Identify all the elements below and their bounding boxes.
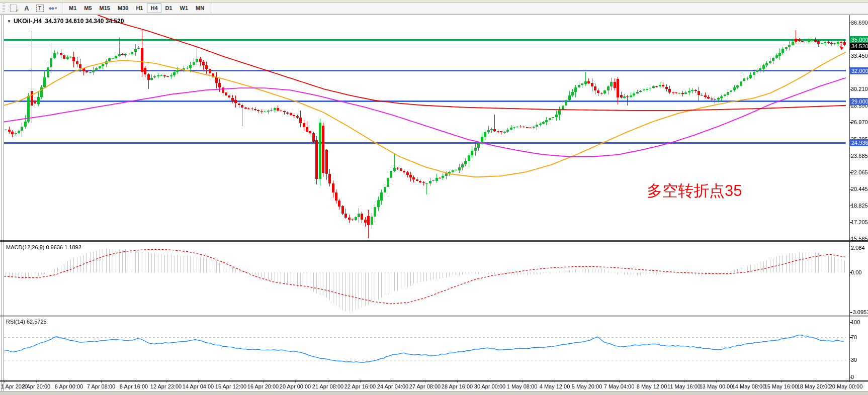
time-tick-label: 14 Apr 04:00	[183, 383, 214, 390]
annotation-text: 多空转折点35	[647, 180, 742, 202]
ohlc-values: 34.370 34.610 34.340 34.520	[45, 18, 124, 25]
time-tick-label: 20 Apr 00:00	[280, 383, 311, 390]
objects-dropdown-icon[interactable]: ◆◆▾	[47, 3, 59, 14]
price-level-label: 32.000	[850, 67, 868, 74]
price-tick-label: 15.585	[851, 235, 868, 242]
price-level-label: 29.000	[850, 98, 868, 105]
time-tick-mark	[198, 380, 199, 382]
timeframe-toolbar: M1M5M15M30H1H4D1W1MN	[65, 3, 208, 13]
time-tick-mark	[587, 380, 587, 382]
macd-tick-label: 0.00	[851, 269, 861, 276]
timeframe-M1[interactable]: M1	[65, 3, 80, 13]
panel-separator[interactable]	[0, 316, 868, 316]
time-tick-mark	[393, 380, 393, 382]
time-tick-mark	[101, 380, 102, 382]
timeframe-M5[interactable]: M5	[80, 3, 95, 13]
chart-title: ▼UKOil-,H4 34.370 34.610 34.340 34.520	[7, 18, 124, 25]
timeframe-H4[interactable]: H4	[147, 3, 161, 13]
time-tick-label: 30 Apr 00:00	[474, 383, 505, 390]
chevron-down-icon: ▾	[55, 6, 57, 11]
time-tick-mark	[295, 380, 296, 382]
time-tick-mark	[716, 380, 717, 382]
macd-label: MACD(12,26,9) 0.9636 1.1892	[6, 244, 81, 250]
rsi-tick-label: 70	[851, 334, 857, 341]
time-tick-mark	[846, 380, 846, 382]
timeframe-D1[interactable]: D1	[162, 3, 176, 13]
time-tick-mark	[328, 380, 328, 382]
time-tick-label: 13 May 00:00	[700, 383, 733, 390]
price-tick-label: 30.210	[851, 85, 868, 92]
price-level-label: 24.936	[850, 139, 868, 146]
time-tick-mark	[619, 380, 620, 382]
rsi-panel-canvas[interactable]	[4, 317, 846, 380]
time-tick-label: 21 Apr 08:00	[312, 383, 343, 390]
time-tick-mark	[814, 380, 814, 382]
time-tick-label: 18 May 20:00	[797, 383, 831, 390]
timeframe-M30[interactable]: M30	[114, 3, 132, 13]
time-tick-label: 2 Apr 20:00	[22, 383, 50, 390]
time-tick-label: 15 Apr 12:00	[215, 383, 246, 390]
time-tick-label: 1 May 08:00	[507, 383, 538, 390]
time-tick-label: 24 Apr 04:00	[377, 383, 408, 390]
price-tick-label: 17.205	[851, 219, 868, 226]
time-tick-mark	[36, 380, 37, 382]
timeframe-W1[interactable]: W1	[177, 3, 192, 13]
toolbar: F A T ◆◆▾ M1M5M15M30H1H4D1W1MN	[0, 3, 868, 14]
macd-tick-label: 2.084	[851, 244, 865, 251]
time-tick-mark	[166, 380, 166, 382]
panel-separator	[0, 241, 868, 242]
price-tick-label: 18.825	[851, 202, 868, 209]
time-tick-label: 16 Apr 20:00	[247, 383, 279, 390]
chart-template-icon[interactable]: F	[8, 3, 20, 14]
time-tick-label: 4 May 12:00	[540, 383, 570, 390]
time-tick-mark	[684, 380, 684, 382]
price-tick-label: 20.445	[851, 185, 868, 192]
timeframe-M15[interactable]: M15	[96, 3, 114, 13]
price-tick-label: 26.970	[851, 119, 868, 126]
timeframe-MN[interactable]: MN	[192, 3, 208, 13]
panel-separator[interactable]	[0, 240, 868, 241]
time-tick-mark	[4, 380, 5, 382]
time-tick-label: 27 Apr 08:00	[409, 383, 441, 390]
main-chart-canvas[interactable]	[4, 15, 846, 241]
price-tick-label: 33.450	[851, 52, 868, 59]
text-tool-icon[interactable]: T	[34, 3, 46, 14]
time-tick-label: 5 May 20:00	[572, 383, 602, 390]
panel-separator	[0, 317, 868, 317]
time-tick-mark	[781, 380, 782, 382]
panel-separator	[0, 380, 868, 381]
symbol-label: UKOil-,H4	[14, 18, 42, 25]
time-tick-mark	[134, 380, 134, 382]
time-tick-mark	[457, 380, 458, 382]
time-tick-label: 15 May 16:00	[764, 383, 798, 390]
collapse-arrow-icon[interactable]: ▼	[7, 19, 11, 24]
time-tick-label: 8 Apr 16:00	[120, 383, 148, 390]
price-tick-label: 22.065	[851, 169, 868, 176]
rsi-tick-label: 100	[851, 319, 860, 326]
macd-panel-canvas[interactable]	[4, 243, 846, 315]
time-tick-label: 22 Apr 16:00	[344, 383, 376, 390]
time-tick-label: 20 May 00:00	[829, 383, 863, 390]
time-tick-mark	[522, 380, 523, 382]
time-tick-mark	[231, 380, 231, 382]
toolbar-grip[interactable]	[3, 4, 5, 13]
rsi-tick-label: 30	[851, 356, 857, 363]
rsi-tick-label: 0	[851, 373, 854, 380]
time-tick-mark	[69, 380, 69, 382]
time-tick-mark	[263, 380, 264, 382]
time-tick-label: 6 Apr 00:00	[55, 383, 83, 390]
time-tick-mark	[555, 380, 555, 382]
time-tick-mark	[749, 380, 749, 382]
price-tick-label: 36.690	[851, 19, 868, 26]
timeframe-H1[interactable]: H1	[132, 3, 146, 13]
price-tick-label: 23.685	[851, 152, 868, 159]
window-frame-line	[1, 15, 2, 391]
time-tick-label: 7 Apr 08:00	[87, 383, 115, 390]
panel-separator	[0, 381, 868, 382]
time-tick-mark	[360, 380, 361, 382]
price-level-label: 35.000	[850, 36, 868, 43]
time-tick-label: 14 May 08:00	[732, 383, 766, 390]
time-tick-mark	[490, 380, 490, 382]
toolbar-separator	[62, 3, 62, 13]
font-a-icon[interactable]: A	[21, 3, 33, 14]
